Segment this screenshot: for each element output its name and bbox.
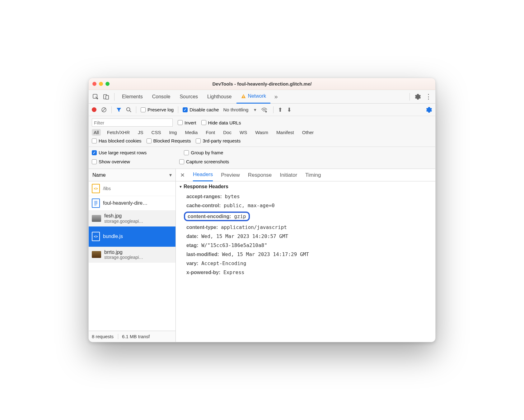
throttling-select[interactable]: No throttling▾: [223, 107, 256, 113]
separator: [273, 106, 274, 113]
kebab-menu-icon[interactable]: ⋮: [423, 92, 433, 102]
request-row[interactable]: brrto.jpgstorage.googleapi…: [89, 247, 175, 263]
type-doc[interactable]: Doc: [221, 129, 233, 136]
tab-network[interactable]: Network: [236, 90, 270, 104]
close-details-icon[interactable]: ✕: [180, 172, 185, 179]
chevron-down-icon: ▾: [169, 172, 172, 178]
tab-response[interactable]: Response: [248, 169, 272, 181]
svg-rect-4: [243, 97, 244, 98]
request-list: Name ▾ <> /libs foul-heavenly-dire… fesh…: [89, 169, 176, 342]
file-name: fesh.jpg: [104, 213, 143, 219]
filter-input[interactable]: [92, 119, 173, 127]
type-media[interactable]: Media: [183, 129, 199, 136]
filter-icon[interactable]: [116, 107, 122, 113]
disclosure-triangle-icon: ▼: [179, 185, 182, 189]
file-name: brrto.jpg: [104, 250, 143, 255]
request-row[interactable]: fesh.jpgstorage.googleapi…: [89, 211, 175, 226]
search-icon[interactable]: [126, 107, 132, 113]
tab-sources[interactable]: Sources: [175, 90, 202, 104]
header-line: last-modified: Wed, 15 Mar 2023 14:17:29…: [179, 250, 432, 259]
svg-point-7: [127, 107, 130, 111]
header-line: cache-control: public, max-age=0: [179, 201, 432, 210]
header-line: etag: W/"15cc63-186e5a210a8": [179, 241, 432, 250]
type-wasm[interactable]: Wasm: [253, 129, 270, 136]
svg-rect-3: [243, 95, 244, 96]
large-rows-label: Use large request rows: [99, 150, 147, 155]
group-frame-checkbox[interactable]: Group by frame: [184, 150, 223, 155]
network-conditions-icon[interactable]: [261, 107, 268, 113]
capture-screenshots-label: Capture screenshots: [186, 159, 229, 164]
blocked-cookies-label: Has blocked cookies: [99, 138, 142, 143]
type-all[interactable]: All: [92, 129, 101, 136]
type-font[interactable]: Font: [204, 129, 217, 136]
tab-console[interactable]: Console: [148, 90, 175, 104]
separator: [409, 93, 410, 100]
content-area: Name ▾ <> /libs foul-heavenly-dire… fesh…: [89, 169, 435, 342]
panel-tabbar: Elements Console Sources Lighthouse Netw…: [89, 90, 435, 104]
tab-preview[interactable]: Preview: [221, 169, 240, 181]
separator: [136, 106, 136, 113]
document-file-icon: [92, 198, 100, 208]
inspect-icon[interactable]: [91, 92, 101, 102]
file-sub: storage.googleapi…: [104, 219, 143, 224]
disable-cache-checkbox[interactable]: ✓Disable cache: [183, 107, 219, 112]
file-sub: storage.googleapi…: [104, 255, 143, 260]
tab-headers[interactable]: Headers: [193, 169, 213, 181]
header-line: vary: Accept-Encoding: [179, 259, 432, 268]
name-column-header[interactable]: Name ▾: [89, 169, 175, 181]
header-line: date: Wed, 15 Mar 2023 14:20:57 GMT: [179, 232, 432, 241]
request-row-selected[interactable]: <> bundle.js: [89, 226, 175, 247]
network-settings-icon[interactable]: [426, 107, 432, 113]
titlebar: DevTools - foul-heavenly-direction.glitc…: [89, 78, 435, 90]
tab-initiator[interactable]: Initiator: [280, 169, 297, 181]
clear-icon[interactable]: [101, 107, 107, 113]
download-har-icon[interactable]: ⬇: [287, 106, 292, 113]
chevron-down-icon: ▾: [254, 107, 256, 113]
device-toggle-icon[interactable]: [101, 92, 111, 102]
file-sub: /libs: [103, 186, 111, 191]
settings-icon[interactable]: [413, 92, 423, 102]
disable-cache-label: Disable cache: [189, 107, 219, 112]
preserve-log-checkbox[interactable]: Preserve log: [141, 107, 174, 112]
show-overview-label: Show overview: [99, 159, 130, 164]
request-rows: <> /libs foul-heavenly-dire… fesh.jpgsto…: [89, 181, 175, 331]
tab-network-label: Network: [248, 93, 266, 99]
image-file-icon: [92, 215, 101, 222]
hide-dataurls-label: Hide data URLs: [208, 120, 241, 125]
type-other[interactable]: Other: [300, 129, 316, 136]
details-tabs: ✕ Headers Preview Response Initiator Tim…: [176, 169, 435, 181]
tab-timing[interactable]: Timing: [305, 169, 321, 181]
blocked-requests-label: Blocked Requests: [153, 138, 191, 143]
more-tabs-icon[interactable]: »: [271, 92, 281, 102]
large-rows-checkbox[interactable]: ✓Use large request rows: [92, 150, 147, 155]
tab-elements[interactable]: Elements: [118, 90, 147, 104]
separator: [178, 106, 178, 113]
third-party-checkbox[interactable]: 3rd-party requests: [196, 138, 241, 143]
blocked-requests-checkbox[interactable]: Blocked Requests: [147, 138, 191, 143]
blocked-cookies-checkbox[interactable]: Has blocked cookies: [92, 138, 142, 143]
tab-lighthouse[interactable]: Lighthouse: [203, 90, 236, 104]
upload-har-icon[interactable]: ⬆: [278, 106, 283, 113]
image-file-icon: [92, 251, 101, 258]
svg-rect-2: [106, 96, 109, 99]
type-ws[interactable]: WS: [238, 129, 249, 136]
header-line: x-powered-by: Express: [179, 268, 432, 277]
type-js[interactable]: JS: [136, 129, 145, 136]
window-title: DevTools - foul-heavenly-direction.glitc…: [89, 81, 435, 86]
type-manifest[interactable]: Manifest: [274, 129, 296, 136]
show-overview-checkbox[interactable]: Show overview: [92, 159, 130, 164]
hide-dataurls-checkbox[interactable]: Hide data URLs: [201, 120, 241, 125]
capture-screenshots-checkbox[interactable]: Capture screenshots: [179, 159, 229, 164]
invert-checkbox[interactable]: Invert: [178, 120, 196, 125]
type-css[interactable]: CSS: [150, 129, 163, 136]
record-button[interactable]: [92, 107, 96, 112]
header-line: content-encoding: gzip: [179, 210, 432, 223]
third-party-label: 3rd-party requests: [203, 138, 241, 143]
separator: [111, 106, 112, 113]
request-summary: 8 requests 6.1 MB transf: [89, 331, 175, 342]
type-fetch-xhr[interactable]: Fetch/XHR: [105, 129, 132, 136]
request-row[interactable]: <> /libs: [89, 181, 175, 196]
request-row[interactable]: foul-heavenly-dire…: [89, 196, 175, 211]
response-headers-section[interactable]: ▼ Response Headers: [179, 184, 432, 189]
type-img[interactable]: Img: [167, 129, 179, 136]
